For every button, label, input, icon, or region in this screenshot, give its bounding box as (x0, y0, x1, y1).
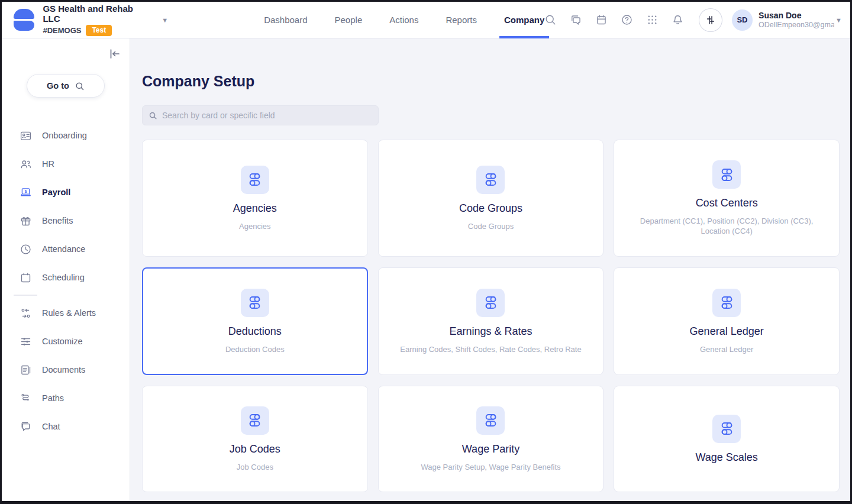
toggles-icon (247, 295, 263, 311)
sidebar-item-label: Benefits (42, 216, 73, 225)
card-title: Job Codes (230, 443, 280, 455)
toggles-icon (719, 167, 735, 183)
user-email: ODellEmpeon30@gmail.co (759, 20, 834, 30)
preferences-button[interactable] (699, 8, 722, 32)
nav-item-reports[interactable]: Reports (446, 2, 477, 38)
sidebar-item-label: Payroll (42, 188, 70, 197)
company-switcher[interactable]: GS Health and Rehab LLC #DEMOGS Test (43, 4, 151, 36)
card-title: Cost Centers (696, 197, 758, 209)
card-icon-tile (476, 406, 505, 435)
company-name: GS Health and Rehab LLC (43, 4, 151, 24)
card-icon-tile (712, 289, 741, 317)
id-card-icon (20, 130, 32, 142)
sidebar-item-label: Attendance (42, 244, 85, 254)
logo-bottom-shape (14, 21, 34, 31)
sidebar-item-paths[interactable]: Paths (2, 384, 130, 412)
setup-card-job-codes[interactable]: Job Codes Job Codes (142, 386, 368, 492)
sidebar-item-documents[interactable]: Documents (2, 356, 130, 384)
card-title: Wage Parity (462, 443, 519, 455)
user-avatar[interactable]: SD (732, 9, 753, 31)
company-chevron-down-icon[interactable]: ▼ (162, 17, 168, 24)
sidebar-item-label: HR (42, 159, 54, 169)
sidebar-item-customize[interactable]: Customize (2, 327, 130, 356)
bell-icon[interactable] (672, 14, 684, 26)
toggles-icon (719, 295, 735, 311)
setup-card-earnings-rates[interactable]: Earnings & Rates Earning Codes, Shift Co… (378, 267, 604, 375)
sidebar-item-scheduling[interactable]: Scheduling (2, 263, 130, 292)
apps-grid-icon[interactable] (646, 14, 659, 26)
main-nav: DashboardPeopleActionsReportsCompany (264, 2, 544, 38)
sidebar-item-label: Onboarding (42, 131, 87, 140)
calendar-icon[interactable] (595, 14, 608, 26)
gift-icon (20, 215, 32, 227)
workflow-icon (20, 307, 32, 319)
chat-icon[interactable] (570, 14, 582, 26)
goto-label: Go to (47, 81, 69, 91)
card-search-input[interactable] (162, 111, 372, 120)
toggles-icon (483, 295, 499, 311)
sidebar-item-payroll[interactable]: $Payroll (2, 178, 130, 206)
company-subrow: #DEMOGS Test (43, 25, 151, 36)
card-subtitle: Agencies (239, 221, 270, 231)
sidebar: Go to OnboardingHR$PayrollBenefitsAttend… (2, 38, 130, 501)
toggles-icon (247, 172, 263, 188)
logo-top-shape (14, 9, 34, 19)
card-title: Earnings & Rates (449, 325, 532, 338)
setup-card-agencies[interactable]: Agencies Agencies (142, 140, 368, 257)
setup-card-deductions[interactable]: Deductions Deduction Codes (142, 267, 368, 375)
setup-card-code-groups[interactable]: Code Groups Code Groups (378, 140, 604, 257)
main-content: Company Setup Agencies Agencies Code Gro… (130, 38, 850, 501)
nav-item-actions[interactable]: Actions (389, 2, 418, 38)
card-title: General Ledger (690, 325, 764, 338)
toggles-icon (247, 412, 263, 428)
sidebar-item-label: Paths (42, 393, 64, 403)
nav-item-dashboard[interactable]: Dashboard (264, 2, 307, 38)
sidebar-item-chat[interactable]: Chat (2, 412, 130, 441)
chat-bubble-icon (20, 421, 32, 433)
sidebar-item-onboarding[interactable]: Onboarding (2, 121, 130, 150)
help-icon[interactable] (621, 14, 633, 26)
card-icon-tile (241, 166, 269, 194)
goto-search-button[interactable]: Go to (27, 74, 105, 98)
sidebar-item-benefits[interactable]: Benefits (2, 206, 130, 235)
page-title: Company Setup (142, 73, 840, 90)
card-icon-tile (476, 289, 505, 317)
search-icon[interactable] (544, 14, 557, 26)
card-search-box[interactable] (142, 105, 379, 125)
card-grid: Agencies Agencies Code Groups Code Group… (142, 140, 840, 492)
setup-card-wage-parity[interactable]: Wage Parity Wage Parity Setup, Wage Pari… (378, 386, 604, 492)
sidebar-item-rules-alerts[interactable]: Rules & Alerts (2, 299, 130, 327)
toggles-icon (719, 421, 735, 437)
card-subtitle: Earning Codes, Shift Codes, Rate Codes, … (400, 344, 581, 354)
empeon-logo-icon[interactable] (14, 9, 34, 31)
app-window: GS Health and Rehab LLC #DEMOGS Test ▼ D… (0, 0, 852, 504)
document-icon (20, 364, 32, 376)
laptop-dollar-icon: $ (20, 186, 32, 199)
search-icon (149, 111, 157, 120)
user-info[interactable]: Susan Doe ODellEmpeon30@gmail.co (759, 11, 834, 30)
sidebar-divider (14, 295, 37, 296)
top-header: GS Health and Rehab LLC #DEMOGS Test ▼ D… (2, 2, 850, 38)
sidebar-item-hr[interactable]: HR (2, 150, 130, 178)
setup-card-wage-scales[interactable]: Wage Scales (614, 386, 840, 492)
sidebar-collapse-icon[interactable] (107, 47, 121, 61)
sidebar-item-label: Rules & Alerts (42, 308, 96, 318)
sidebar-item-label: Customize (42, 337, 83, 346)
sidebar-item-label: Documents (42, 365, 85, 374)
sidebar-item-label: Chat (42, 422, 60, 431)
calendar-icon (20, 272, 32, 284)
card-icon-tile (712, 160, 741, 189)
user-chevron-down-icon[interactable]: ▼ (835, 17, 842, 24)
setup-card-cost-centers[interactable]: Cost Centers Department (CC1), Position … (614, 140, 840, 257)
nav-item-people[interactable]: People (335, 2, 363, 38)
user-name: Susan Doe (759, 11, 834, 20)
card-subtitle: Deduction Codes (225, 344, 285, 354)
setup-card-general-ledger[interactable]: General Ledger General Ledger (614, 267, 840, 375)
people-icon (20, 158, 32, 170)
card-subtitle: Job Codes (237, 462, 273, 472)
sidebar-item-attendance[interactable]: Attendance (2, 235, 130, 263)
sidebar-menu: OnboardingHR$PayrollBenefitsAttendanceSc… (2, 121, 130, 441)
nav-item-company[interactable]: Company (504, 2, 544, 38)
card-icon-tile (476, 166, 505, 194)
card-title: Agencies (233, 202, 277, 215)
